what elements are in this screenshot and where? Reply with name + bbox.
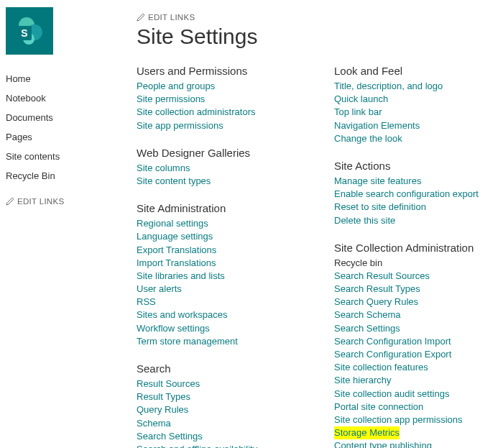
settings-link[interactable]: Title, description, and logo <box>334 80 503 93</box>
quick-launch: HomeNotebookDocumentsPagesSite contentsR… <box>6 69 131 186</box>
settings-columns: Users and PermissionsPeople and groupsSi… <box>137 65 503 448</box>
nav-item[interactable]: Documents <box>6 108 131 127</box>
settings-section: Site AdministrationRegional settingsLang… <box>137 202 305 348</box>
settings-section: Look and FeelTitle, description, and log… <box>334 65 503 145</box>
pencil-icon <box>6 197 14 206</box>
link-list: Recycle binSearch Result SourcesSearch R… <box>334 257 503 448</box>
settings-link[interactable]: Content type publishing <box>334 439 503 448</box>
settings-link[interactable]: Search Schema <box>334 308 503 321</box>
link-list: Site columnsSite content types <box>137 162 305 188</box>
settings-section: SearchResult SourcesResult TypesQuery Ru… <box>137 362 305 448</box>
section-heading: Site Collection Administration <box>334 242 503 254</box>
nav-item[interactable]: Home <box>6 69 131 88</box>
settings-link[interactable]: Search Query Rules <box>334 296 503 308</box>
svg-text:S: S <box>21 27 27 39</box>
link-list: People and groupsSite permissionsSite co… <box>137 80 305 132</box>
settings-link[interactable]: Navigation Elements <box>334 119 503 132</box>
link-list: Result SourcesResult TypesQuery RulesSch… <box>137 378 305 448</box>
settings-link[interactable]: Import Translations <box>137 257 305 270</box>
settings-link: Recycle bin <box>334 257 503 270</box>
nav-item[interactable]: Recycle Bin <box>6 166 131 186</box>
link-list: Title, description, and logoQuick launch… <box>334 80 503 145</box>
section-heading: Search <box>137 362 305 375</box>
settings-section: Users and PermissionsPeople and groupsSi… <box>137 65 305 132</box>
settings-link[interactable]: Regional settings <box>137 217 305 230</box>
section-heading: Users and Permissions <box>137 65 305 77</box>
settings-link[interactable]: Site collection audit settings <box>334 388 503 401</box>
section-heading: Look and Feel <box>334 65 503 77</box>
settings-link[interactable]: Site content types <box>137 175 305 188</box>
nav-item[interactable]: Notebook <box>6 88 131 108</box>
settings-link[interactable]: Term store management <box>137 335 305 348</box>
page-title: Site Settings <box>137 24 503 49</box>
settings-link[interactable]: Site app permissions <box>137 119 305 132</box>
settings-link[interactable]: Site libraries and lists <box>137 270 305 283</box>
settings-link[interactable]: Schema <box>137 417 305 430</box>
settings-link[interactable]: Site columns <box>137 162 305 175</box>
settings-section: Site Collection AdministrationRecycle bi… <box>334 242 503 448</box>
settings-section: Web Designer GalleriesSite columnsSite c… <box>137 147 305 188</box>
settings-link[interactable]: Storage Metrics <box>334 426 400 439</box>
settings-link[interactable]: Portal site connection <box>334 401 503 413</box>
settings-link[interactable]: Search Settings <box>334 322 503 335</box>
settings-link[interactable]: Delete this site <box>334 214 503 227</box>
settings-link[interactable]: User alerts <box>137 283 305 296</box>
section-heading: Site Administration <box>137 202 305 214</box>
settings-link[interactable]: Site permissions <box>137 93 305 106</box>
settings-link[interactable]: Workflow settings <box>137 322 305 335</box>
link-list: Regional settingsLanguage settingsExport… <box>137 217 305 348</box>
settings-link[interactable]: Sites and workspaces <box>137 308 305 321</box>
edit-links-header[interactable]: EDIT LINKS <box>137 7 195 24</box>
settings-link[interactable]: Reset to site definition <box>334 201 503 214</box>
nav-item[interactable]: Pages <box>6 127 131 147</box>
section-heading: Web Designer Galleries <box>137 147 305 159</box>
settings-link[interactable]: Quick launch <box>334 93 503 106</box>
settings-link[interactable]: Search Configuration Import <box>334 335 503 348</box>
pencil-icon <box>137 13 145 22</box>
settings-column: Users and PermissionsPeople and groupsSi… <box>137 65 305 448</box>
settings-link[interactable]: Query Rules <box>137 403 305 416</box>
settings-link[interactable]: Change the look <box>334 132 503 145</box>
settings-link[interactable]: Search Configuration Export <box>334 348 503 361</box>
settings-link[interactable]: Manage site features <box>334 175 503 188</box>
settings-link[interactable]: Site collection administrators <box>137 106 305 119</box>
settings-link[interactable]: Search and offline availability <box>137 443 305 448</box>
settings-link[interactable]: Site hierarchy <box>334 374 503 387</box>
settings-link[interactable]: People and groups <box>137 80 305 93</box>
settings-link[interactable]: Export Translations <box>137 244 305 257</box>
settings-link[interactable]: RSS <box>137 296 305 308</box>
edit-links-sidebar[interactable]: EDIT LINKS <box>6 191 64 209</box>
settings-column: Look and FeelTitle, description, and log… <box>334 65 503 448</box>
settings-link[interactable]: Site collection app permissions <box>334 413 503 426</box>
main-content: EDIT LINKS Site Settings Users and Permi… <box>137 0 503 448</box>
edit-links-label: EDIT LINKS <box>17 197 64 206</box>
sidebar: S HomeNotebookDocumentsPagesSite content… <box>0 0 137 209</box>
nav-item[interactable]: Site contents <box>6 147 131 166</box>
settings-link[interactable]: Top link bar <box>334 106 503 119</box>
settings-section: Site ActionsManage site featuresEnable s… <box>334 160 503 227</box>
settings-link[interactable]: Language settings <box>137 230 305 243</box>
link-list: Manage site featuresEnable search config… <box>334 175 503 227</box>
sharepoint-logo-icon: S <box>13 14 46 47</box>
settings-link[interactable]: Search Settings <box>137 430 305 443</box>
settings-link[interactable]: Site collection features <box>334 361 503 374</box>
settings-link[interactable]: Search Result Sources <box>334 270 503 283</box>
site-logo[interactable]: S <box>6 7 53 55</box>
settings-link[interactable]: Result Types <box>137 390 305 403</box>
settings-link[interactable]: Search Result Types <box>334 283 503 296</box>
settings-link[interactable]: Enable search configuration export <box>334 188 503 201</box>
edit-links-label: EDIT LINKS <box>148 13 195 22</box>
section-heading: Site Actions <box>334 160 503 172</box>
settings-link[interactable]: Result Sources <box>137 378 305 390</box>
